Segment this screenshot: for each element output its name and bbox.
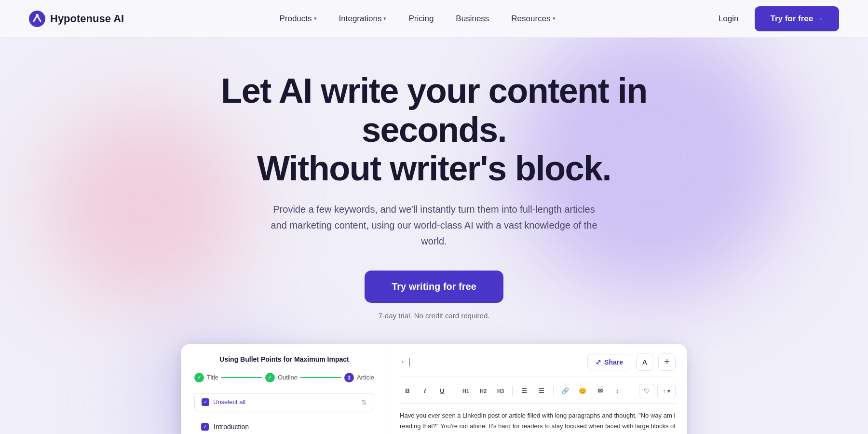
nav-item-business[interactable]: Business <box>447 10 498 27</box>
editor-content: Have you ever seen a LinkedIn post or ar… <box>400 410 676 434</box>
step-title-label: Title <box>207 374 218 381</box>
hero-title: Let AI write your content in seconds. Wi… <box>193 71 675 188</box>
progress-steps: ✓ Title ✓ Outline 3 Article <box>194 373 374 382</box>
nav-item-pricing[interactable]: Pricing <box>400 10 442 27</box>
upload-icon: ↑ <box>663 388 665 394</box>
rating-buttons: ♡ ↑ ▾ <box>639 384 676 398</box>
svg-point-0 <box>29 11 45 27</box>
editor-toolbar-format: B I U H1 H2 H3 ☰ ☰ 🔗 😊 ✉ ↕ ♡ <box>400 384 676 404</box>
format-h1[interactable]: H1 <box>458 384 474 398</box>
unselect-checkbox[interactable] <box>202 398 209 406</box>
login-button[interactable]: Login <box>711 10 746 27</box>
step-line-2 <box>300 377 341 378</box>
editor-actions: ⤢ Share A + <box>587 353 676 371</box>
unselect-sort-icon: ⇅ <box>361 398 367 406</box>
demo-container: Using Bullet Points for Maximum Impact ✓… <box>181 344 687 434</box>
hero-trial-text: 7-day trial. No credit card required. <box>379 312 490 320</box>
share-label: Share <box>604 358 623 366</box>
format-italic[interactable]: I <box>417 384 433 398</box>
nav-item-resources[interactable]: Resources ▾ <box>502 10 564 27</box>
introduction-checkbox[interactable] <box>201 423 209 431</box>
nav-links: Products ▾ Integrations ▾ Pricing Busine… <box>271 10 564 27</box>
format-list-ordered[interactable]: ☰ <box>534 384 549 398</box>
integrations-chevron-icon: ▾ <box>383 15 386 22</box>
upload-chevron: ▾ <box>667 388 670 394</box>
step-title-check: ✓ <box>194 373 204 382</box>
format-emoji[interactable]: 😊 <box>575 384 590 398</box>
demo-left-panel: Using Bullet Points for Maximum Impact ✓… <box>181 344 388 434</box>
format-sep-3 <box>553 386 554 396</box>
format-h2[interactable]: H2 <box>475 384 491 398</box>
unselect-label: Unselect all <box>213 398 245 406</box>
plus-icon: + <box>664 356 670 367</box>
step-outline: ✓ Outline <box>265 373 298 382</box>
step-article: 3 Article <box>344 373 374 382</box>
format-underline[interactable]: U <box>434 384 450 398</box>
format-expand[interactable]: ↕ <box>610 384 625 398</box>
nav-right: Login Try for free → <box>711 6 839 31</box>
editor-toolbar-top: ←| ⤢ Share A + <box>400 353 676 377</box>
resources-chevron-icon: ▾ <box>553 15 556 22</box>
hero-subtitle: Provide a few keywords, and we'll instan… <box>265 202 603 249</box>
hero-section: Let AI write your content in seconds. Wi… <box>0 38 868 434</box>
introduction-label: Introduction <box>214 423 249 431</box>
share-button[interactable]: ⤢ Share <box>587 354 631 370</box>
plus-button[interactable]: + <box>658 353 676 371</box>
share-icon: ⤢ <box>596 358 601 366</box>
step-outline-check: ✓ <box>265 373 275 382</box>
format-email[interactable]: ✉ <box>592 384 608 398</box>
logo[interactable]: Hypotenuse AI <box>29 11 124 27</box>
try-for-free-button[interactable]: Try for free → <box>755 6 839 31</box>
hero-cta-button[interactable]: Try writing for free <box>365 271 503 303</box>
hero-content: Let AI write your content in seconds. Wi… <box>0 38 868 434</box>
format-h3[interactable]: H3 <box>493 384 508 398</box>
format-link[interactable]: 🔗 <box>557 384 573 398</box>
translate-icon: A <box>642 358 647 366</box>
step-article-label: Article <box>357 374 374 381</box>
demo-article-title: Using Bullet Points for Maximum Impact <box>194 355 374 363</box>
step-title: ✓ Title <box>194 373 218 382</box>
navbar: Hypotenuse AI Products ▾ Integrations ▾ … <box>0 0 868 38</box>
format-bold[interactable]: B <box>400 384 415 398</box>
upload-button[interactable]: ↑ ▾ <box>657 384 676 398</box>
step-outline-label: Outline <box>278 374 298 381</box>
format-sep-2 <box>512 386 513 396</box>
format-sep-1 <box>454 386 454 396</box>
like-button[interactable]: ♡ <box>639 384 654 398</box>
nav-item-products[interactable]: Products ▾ <box>271 10 325 27</box>
editor-back-button[interactable]: ←| <box>400 357 411 367</box>
products-chevron-icon: ▾ <box>314 15 317 22</box>
nav-item-integrations[interactable]: Integrations ▾ <box>330 10 395 27</box>
format-list-unordered[interactable]: ☰ <box>516 384 532 398</box>
demo-right-panel: ←| ⤢ Share A + <box>388 344 687 434</box>
step-article-num: 3 <box>344 373 354 382</box>
step-line-1 <box>221 377 262 378</box>
outline-item-introduction: Introduction <box>194 418 374 434</box>
logo-icon <box>29 11 45 27</box>
svg-point-1 <box>36 14 39 17</box>
editor-paragraph-1: Have you ever seen a LinkedIn post or ar… <box>400 410 676 434</box>
unselect-all-row[interactable]: Unselect all ⇅ <box>194 393 374 411</box>
translate-button[interactable]: A <box>636 353 653 371</box>
